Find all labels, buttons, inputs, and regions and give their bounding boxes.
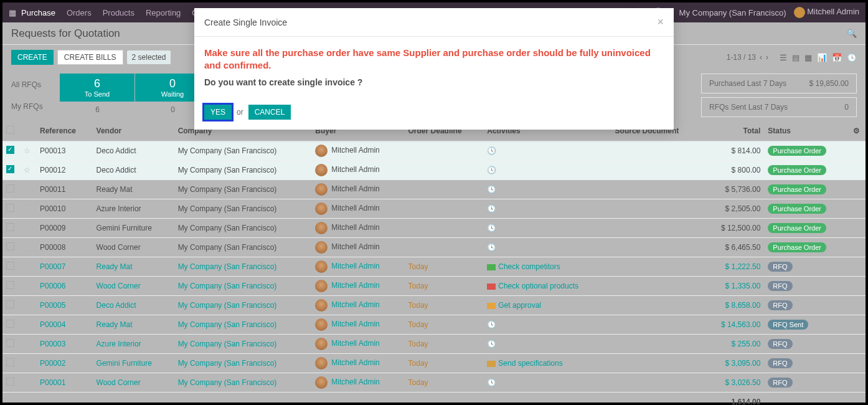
col-total[interactable]: Total	[704, 121, 765, 141]
vendor-cell[interactable]: Ready Mat	[97, 185, 133, 194]
company-cell[interactable]: My Company (San Francisco)	[178, 359, 277, 368]
row-checkbox[interactable]	[6, 262, 14, 270]
buyer-cell[interactable]: Mitchell Admin	[331, 358, 379, 367]
table-row[interactable]: ☆ P00009 Gemini Furniture My Company (Sa…	[2, 219, 866, 238]
vendor-cell[interactable]: Deco Addict	[97, 146, 136, 155]
calendar-view-icon[interactable]: 📅	[832, 53, 842, 62]
reference-cell[interactable]: P00004	[40, 320, 65, 329]
table-row[interactable]: ☆ P00004 Ready Mat My Company (San Franc…	[2, 315, 866, 335]
buyer-cell[interactable]: Mitchell Admin	[331, 242, 379, 251]
reference-cell[interactable]: P00011	[40, 185, 65, 194]
table-row[interactable]: ☆ P00005 Deco Addict My Company (San Fra…	[2, 296, 866, 315]
company-cell[interactable]: My Company (San Francisco)	[178, 301, 277, 310]
clock-icon[interactable]: 🕓	[487, 185, 496, 194]
menu-reporting[interactable]: Reporting	[146, 8, 181, 17]
vendor-cell[interactable]: Deco Addict	[97, 301, 136, 310]
pager-next-icon[interactable]: ›	[766, 53, 768, 62]
buyer-cell[interactable]: Mitchell Admin	[331, 223, 379, 232]
star-icon[interactable]: ☆	[24, 301, 31, 310]
company-cell[interactable]: My Company (San Francisco)	[178, 282, 277, 290]
company-cell[interactable]: My Company (San Francisco)	[178, 185, 277, 194]
star-icon[interactable]: ☆	[24, 243, 31, 252]
buyer-cell[interactable]: Mitchell Admin	[331, 300, 379, 309]
vendor-cell[interactable]: Ready Mat	[97, 262, 133, 271]
vendor-cell[interactable]: Wood Corner	[97, 378, 141, 387]
company-cell[interactable]: My Company (San Francisco)	[178, 378, 277, 387]
graph-view-icon[interactable]: 📊	[817, 53, 827, 62]
row-checkbox[interactable]	[6, 281, 14, 289]
reference-cell[interactable]: P00013	[40, 146, 65, 155]
vendor-cell[interactable]: Gemini Furniture	[97, 359, 152, 368]
company-cell[interactable]: My Company (San Francisco)	[178, 340, 277, 348]
activity-link[interactable]: Check competitors	[498, 262, 560, 271]
close-icon[interactable]: ×	[657, 16, 664, 29]
buyer-cell[interactable]: Mitchell Admin	[331, 146, 379, 155]
star-icon[interactable]: ☆	[24, 262, 31, 271]
company-name[interactable]: My Company (San Francisco)	[679, 8, 786, 17]
reference-cell[interactable]: P00010	[40, 204, 65, 213]
company-cell[interactable]: My Company (San Francisco)	[178, 224, 277, 232]
activity-link[interactable]: Send specifications	[498, 359, 562, 368]
pivot-view-icon[interactable]: ▦	[804, 53, 812, 62]
row-checkbox[interactable]	[6, 204, 14, 212]
table-row[interactable]: ☆ P00013 Deco Addict My Company (San Fra…	[2, 141, 866, 161]
company-cell[interactable]: My Company (San Francisco)	[178, 166, 277, 174]
app-name[interactable]: Purchase	[21, 8, 55, 17]
star-icon[interactable]: ☆	[24, 185, 31, 194]
star-icon[interactable]: ☆	[24, 166, 31, 174]
reference-cell[interactable]: P00008	[40, 243, 65, 252]
col-reference[interactable]: Reference	[36, 121, 93, 141]
apps-icon[interactable]: ▦	[9, 8, 16, 17]
pager-prev-icon[interactable]: ‹	[760, 53, 762, 62]
table-row[interactable]: ☆ P00001 Wood Corner My Company (San Fra…	[2, 373, 866, 393]
buyer-cell[interactable]: Mitchell Admin	[331, 281, 379, 290]
col-vendor[interactable]: Vendor	[93, 121, 174, 141]
clock-icon[interactable]: 🕓	[487, 224, 496, 232]
kanban-view-icon[interactable]: ▤	[792, 53, 800, 62]
list-view-icon[interactable]: ☰	[780, 53, 787, 62]
table-row[interactable]: ☆ P00012 Deco Addict My Company (San Fra…	[2, 161, 866, 180]
row-checkbox[interactable]	[6, 339, 14, 347]
vendor-cell[interactable]: Azure Interior	[97, 340, 141, 348]
reference-cell[interactable]: P00007	[40, 262, 65, 271]
table-row[interactable]: ☆ P00011 Ready Mat My Company (San Franc…	[2, 180, 866, 199]
company-cell[interactable]: My Company (San Francisco)	[178, 243, 277, 252]
star-icon[interactable]: ☆	[24, 204, 31, 213]
table-row[interactable]: ☆ P00008 Wood Corner My Company (San Fra…	[2, 238, 866, 257]
yes-button[interactable]: YES	[204, 105, 232, 120]
activity-link[interactable]: Get approval	[498, 301, 541, 310]
reference-cell[interactable]: P00001	[40, 378, 65, 387]
clock-icon[interactable]: 🕓	[487, 340, 496, 348]
my-rfqs-label[interactable]: My RFQs	[11, 102, 60, 111]
select-all-checkbox[interactable]	[6, 126, 14, 134]
vendor-cell[interactable]: Wood Corner	[97, 282, 141, 290]
clock-icon[interactable]: 🕓	[487, 204, 496, 213]
table-row[interactable]: ☆ P00003 Azure Interior My Company (San …	[2, 335, 866, 354]
row-checkbox[interactable]	[6, 184, 14, 193]
all-rfqs-label[interactable]: All RFQs	[11, 80, 60, 89]
activity-link[interactable]: Check optional products	[498, 282, 578, 290]
clock-icon[interactable]: 🕓	[487, 166, 496, 174]
star-icon[interactable]: ☆	[24, 359, 31, 368]
clock-icon[interactable]: 🕓	[487, 378, 496, 387]
vendor-cell[interactable]: Gemini Furniture	[97, 224, 152, 232]
menu-products[interactable]: Products	[103, 8, 134, 17]
star-icon[interactable]: ☆	[24, 224, 31, 232]
row-checkbox[interactable]	[6, 320, 14, 328]
company-cell[interactable]: My Company (San Francisco)	[178, 204, 277, 213]
buyer-cell[interactable]: Mitchell Admin	[331, 184, 379, 193]
cancel-button[interactable]: CANCEL	[248, 105, 291, 120]
reference-cell[interactable]: P00009	[40, 224, 65, 232]
row-checkbox[interactable]	[6, 165, 14, 173]
star-icon[interactable]: ☆	[24, 378, 31, 387]
star-icon[interactable]: ☆	[24, 282, 31, 290]
company-cell[interactable]: My Company (San Francisco)	[178, 146, 277, 155]
buyer-cell[interactable]: Mitchell Admin	[331, 339, 379, 348]
company-cell[interactable]: My Company (San Francisco)	[178, 262, 277, 271]
buyer-cell[interactable]: Mitchell Admin	[331, 378, 379, 386]
buyer-cell[interactable]: Mitchell Admin	[331, 262, 379, 270]
reference-cell[interactable]: P00006	[40, 282, 65, 290]
menu-orders[interactable]: Orders	[67, 8, 92, 17]
row-checkbox[interactable]	[6, 146, 14, 154]
reference-cell[interactable]: P00005	[40, 301, 65, 310]
